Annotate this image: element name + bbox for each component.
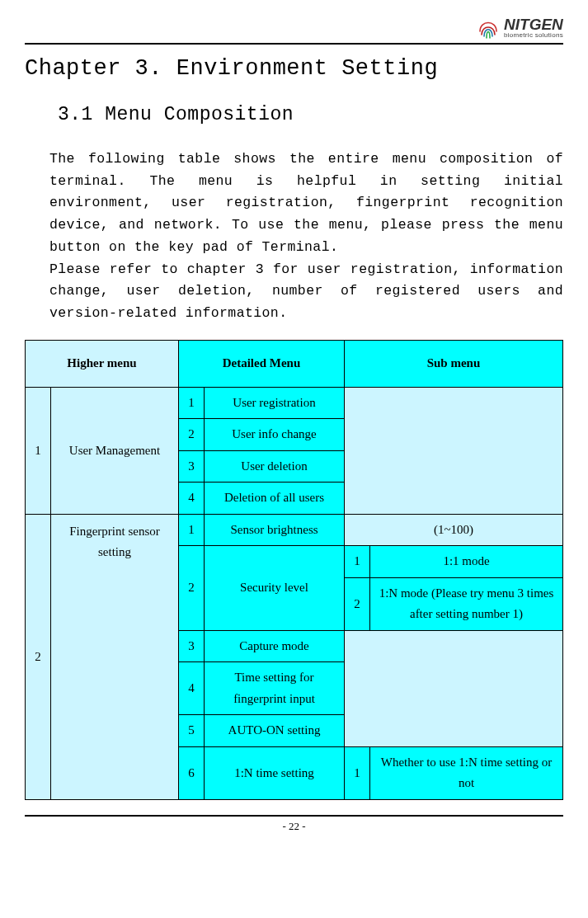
- header-rule: [25, 43, 563, 45]
- detail-label: 1:N time setting: [205, 746, 345, 799]
- sub-label: (1~100): [345, 514, 563, 546]
- detail-num: 4: [179, 662, 205, 715]
- detail-num: 6: [179, 746, 205, 799]
- chapter-title: Chapter 3. Environment Setting: [25, 56, 563, 81]
- brand-logo: NITGEN biometric solutions: [477, 15, 563, 40]
- table-row: 1 User Management 1 User registration: [26, 387, 563, 419]
- detail-label: User info change: [205, 419, 345, 451]
- header: NITGEN biometric solutions: [25, 15, 563, 40]
- detail-label: Time setting for fingerprint input: [205, 662, 345, 715]
- detail-num: 1: [179, 514, 205, 546]
- body-paragraph: The following table shows the entire men…: [49, 148, 563, 325]
- sub-empty: [345, 630, 563, 746]
- sub-empty: [345, 387, 563, 514]
- higher-name: Fingerprint sensor setting: [51, 514, 179, 799]
- detail-label: AUTO-ON setting: [205, 715, 345, 747]
- higher-name: User Management: [51, 387, 179, 514]
- logo-name: NITGEN: [504, 16, 563, 32]
- detail-label: Security level: [205, 546, 345, 631]
- sub-label: 1:N mode (Please try menu 3 times after …: [370, 577, 563, 630]
- page-number: - 22 -: [25, 820, 563, 843]
- sub-label: Whether to use 1:N time setting or not: [370, 746, 563, 799]
- detail-num: 5: [179, 715, 205, 747]
- th-detailed: Detailed Menu: [179, 340, 345, 387]
- detail-num: 3: [179, 630, 205, 662]
- fingerprint-icon: [477, 15, 499, 40]
- table-row: 2 Fingerprint sensor setting 1 Sensor br…: [26, 514, 563, 546]
- detail-label: Deletion of all users: [205, 483, 345, 515]
- detail-label: Capture mode: [205, 630, 345, 662]
- detail-num: 2: [179, 546, 205, 631]
- higher-num: 2: [26, 514, 51, 799]
- sub-label: 1:1 mode: [370, 546, 563, 578]
- detail-num: 4: [179, 483, 205, 515]
- footer-rule: [25, 815, 563, 817]
- section-title: 3.1 Menu Composition: [58, 104, 563, 125]
- detail-num: 1: [179, 387, 205, 419]
- table-header-row: Higher menu Detailed Menu Sub menu: [26, 340, 563, 387]
- higher-num: 1: [26, 387, 51, 514]
- detail-label: User registration: [205, 387, 345, 419]
- detail-num: 2: [179, 419, 205, 451]
- th-sub: Sub menu: [345, 340, 563, 387]
- sub-num: 1: [345, 746, 370, 799]
- detail-label: User deletion: [205, 450, 345, 483]
- sub-num: 2: [345, 577, 370, 630]
- logo-tagline: biometric solutions: [504, 32, 563, 39]
- menu-composition-table: Higher menu Detailed Menu Sub menu 1 Use…: [25, 340, 563, 800]
- th-higher: Higher menu: [26, 340, 179, 387]
- sub-num: 1: [345, 546, 370, 578]
- detail-label: Sensor brightness: [205, 514, 345, 546]
- detail-num: 3: [179, 450, 205, 483]
